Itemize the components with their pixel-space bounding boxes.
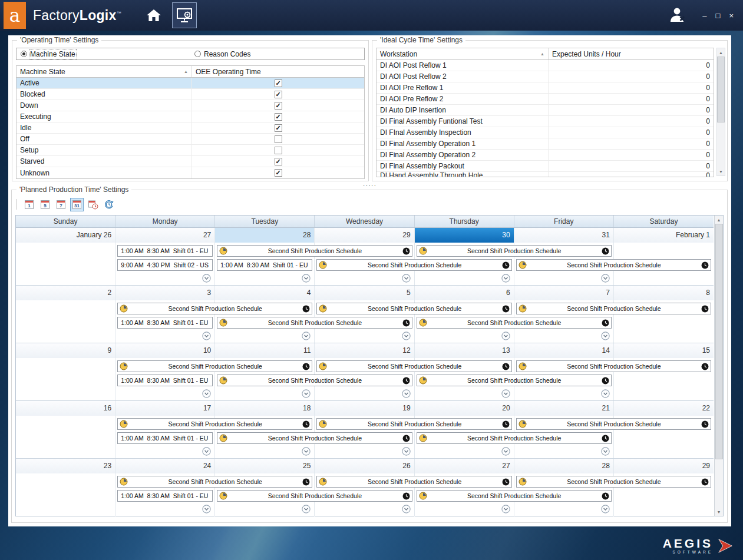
day-cell[interactable]: 23	[16, 459, 115, 516]
day-cell[interactable]: 26	[315, 459, 414, 516]
more-events-button[interactable]	[202, 505, 211, 513]
oee-operating-time-checkbox[interactable]	[275, 135, 282, 143]
expected-units-column-header[interactable]: Expected Units / Hour	[549, 48, 714, 59]
minimize-button[interactable]: –	[702, 12, 706, 19]
oee-operating-time-checkbox[interactable]: ✓	[275, 169, 282, 177]
more-events-button[interactable]	[402, 332, 411, 340]
workstation-row[interactable]: DI Auto DIP Insertion0	[377, 105, 714, 116]
machine-state-row[interactable]: Starved✓	[16, 156, 364, 167]
workstation-row[interactable]: DI Final Assembly Operation 20	[377, 150, 714, 161]
more-events-button[interactable]	[302, 332, 311, 340]
schedule-event[interactable]: Second Shift Production Schedule	[217, 375, 412, 386]
schedule-event[interactable]: 1:00 AM 8:30 AM Shift 01 - EU	[117, 317, 213, 329]
close-button[interactable]: ×	[729, 12, 734, 19]
reason-codes-radio[interactable]: Reason Codes	[194, 50, 250, 58]
timeline-view-button[interactable]	[86, 198, 100, 211]
schedule-event[interactable]: 1:00 AM 8:30 AM Shift 01 - EU	[117, 375, 213, 386]
ideal-table-scrollbar[interactable]: ▲ ▼	[716, 48, 725, 176]
machine-state-column-header[interactable]: Machine State ▲	[16, 66, 192, 77]
machine-state-radio[interactable]: Machine State	[21, 50, 75, 58]
schedule-event[interactable]: Second Shift Production Schedule	[417, 432, 612, 444]
workstation-column-header[interactable]: Workstation ▲	[377, 48, 549, 59]
more-events-button[interactable]	[302, 447, 311, 456]
schedule-event[interactable]: Second Shift Production Schedule	[316, 418, 511, 430]
more-events-button[interactable]	[402, 389, 411, 398]
scrollbar-thumb[interactable]	[715, 224, 723, 459]
recurrence-view-button[interactable]	[102, 198, 115, 211]
more-events-button[interactable]	[501, 389, 510, 398]
day-cell[interactable]: 24	[115, 459, 215, 516]
oee-operating-time-checkbox[interactable]: ✓	[275, 124, 282, 132]
day-cell[interactable]: 16	[16, 401, 115, 458]
schedule-event[interactable]: Second Shift Production Schedule	[117, 418, 312, 430]
week-view-button[interactable]: 7	[54, 198, 68, 211]
machine-state-row[interactable]: Active✓	[16, 78, 364, 89]
calendar-scrollbar[interactable]: ▲ ▼	[714, 216, 723, 516]
scroll-up-button[interactable]: ▲	[717, 48, 725, 57]
machine-state-row[interactable]: Executing✓	[16, 111, 364, 122]
oee-operating-time-column-header[interactable]: OEE Operating Time	[192, 66, 364, 77]
more-events-button[interactable]	[501, 332, 510, 340]
schedule-event[interactable]: Second Shift Production Schedule	[316, 259, 511, 271]
machine-state-row[interactable]: Setup	[16, 145, 364, 156]
workstation-row[interactable]: DI AOI Post Reflow 20	[377, 71, 714, 82]
schedule-event[interactable]: Second Shift Production Schedule	[217, 245, 412, 257]
workstation-row[interactable]: DI Final Assembly Funtional Test0	[377, 116, 714, 127]
more-events-button[interactable]	[501, 505, 510, 513]
more-events-button[interactable]	[601, 332, 610, 340]
more-events-button[interactable]	[402, 447, 411, 456]
oee-operating-time-checkbox[interactable]: ✓	[275, 79, 282, 87]
workstation-row[interactable]: DI AOI Pre Reflow 10	[377, 82, 714, 94]
workstation-row[interactable]: DI Final Assembly Packout0	[377, 161, 714, 172]
schedule-event[interactable]: Second Shift Production Schedule	[117, 303, 312, 314]
schedule-event[interactable]: Second Shift Production Schedule	[516, 476, 711, 488]
schedule-event[interactable]: Second Shift Production Schedule	[316, 476, 511, 488]
schedule-event[interactable]: 1:00 AM 8:30 AM Shift 01 - EU	[117, 432, 213, 444]
scroll-down-button[interactable]: ▼	[715, 508, 723, 516]
workstation-row[interactable]: DI Hand Assembly Through Hole0	[377, 172, 714, 177]
workstation-row[interactable]: DI FInal Assembly Inspection0	[377, 127, 714, 138]
schedule-event[interactable]: 1:00 AM 8:30 AM Shift 01 - EU	[117, 245, 213, 257]
more-events-button[interactable]	[202, 447, 211, 456]
schedule-event[interactable]: Second Shift Production Schedule	[516, 303, 711, 314]
schedule-event[interactable]: 1:00 AM 8:30 AM Shift 01 - EU	[217, 259, 312, 271]
schedule-event[interactable]: Second Shift Production Schedule	[417, 490, 612, 502]
oee-operating-time-checkbox[interactable]: ✓	[275, 102, 282, 110]
day-cell[interactable]: 27	[415, 459, 514, 516]
day-cell[interactable]: 28	[514, 459, 614, 516]
machine-state-row[interactable]: Blocked✓	[16, 89, 364, 100]
schedule-event[interactable]: 1:00 AM 8:30 AM Shift 01 - EU	[117, 490, 213, 502]
machine-state-row[interactable]: Unknown✓	[16, 167, 364, 178]
day-cell[interactable]: 25	[215, 459, 315, 516]
schedule-event[interactable]: Second Shift Production Schedule	[217, 432, 412, 444]
more-events-button[interactable]	[501, 274, 510, 283]
schedule-event[interactable]: Second Shift Production Schedule	[316, 360, 511, 372]
schedule-event[interactable]: Second Shift Production Schedule	[417, 245, 612, 257]
more-events-button[interactable]	[302, 274, 311, 283]
day-cell[interactable]: January 26	[16, 228, 115, 285]
schedule-event[interactable]: Second Shift Production Schedule	[117, 360, 312, 372]
schedule-event[interactable]: Second Shift Production Schedule	[516, 360, 711, 372]
more-events-button[interactable]	[402, 505, 411, 513]
scrollbar-thumb[interactable]	[717, 57, 725, 122]
machine-state-row[interactable]: Off	[16, 134, 364, 145]
more-events-button[interactable]	[601, 274, 610, 283]
schedule-event[interactable]: 9:00 AM 4:30 PM Shift 02 - US	[117, 259, 213, 271]
home-button[interactable]	[141, 2, 166, 28]
month-view-button[interactable]: 31	[70, 198, 84, 211]
schedule-event[interactable]: Second Shift Production Schedule	[417, 375, 612, 386]
workstation-row[interactable]: DI AOI Post Reflow 10	[377, 60, 714, 71]
more-events-button[interactable]	[302, 505, 311, 513]
day-cell[interactable]: 29	[614, 459, 714, 516]
more-events-button[interactable]	[202, 274, 211, 283]
more-events-button[interactable]	[601, 447, 610, 456]
oee-operating-time-checkbox[interactable]	[275, 147, 282, 154]
day-cell[interactable]: February 1	[614, 228, 714, 285]
more-events-button[interactable]	[501, 447, 510, 456]
maximize-button[interactable]: □	[716, 12, 721, 19]
oee-operating-time-checkbox[interactable]: ✓	[275, 113, 282, 121]
schedule-event[interactable]: Second Shift Production Schedule	[417, 317, 612, 329]
oee-settings-button[interactable]	[172, 2, 197, 28]
day-view-button[interactable]: 1	[22, 198, 36, 211]
day-cell[interactable]: 9	[16, 343, 115, 400]
